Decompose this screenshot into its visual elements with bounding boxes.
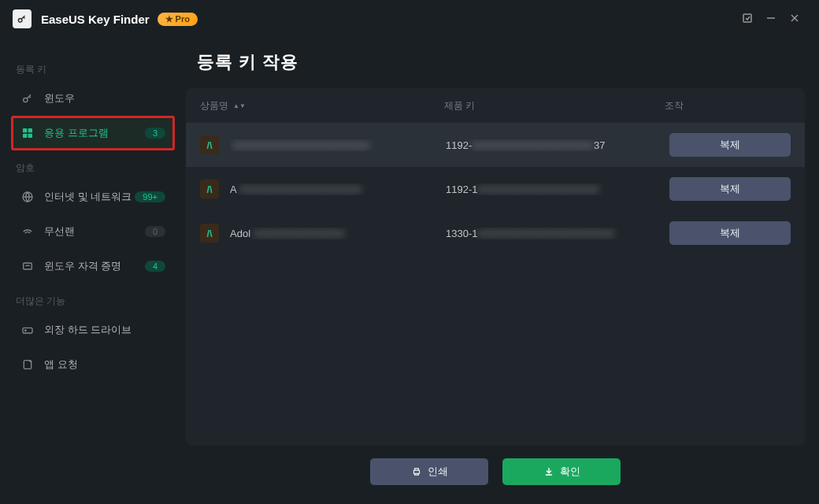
svg-rect-7 <box>28 128 32 132</box>
column-header-key[interactable]: 제품 키 <box>444 99 665 113</box>
count-badge: 4 <box>145 261 165 272</box>
table-header: 상품명 ▲▼ 제품 키 조작 <box>186 88 805 123</box>
sidebar-item-wlan[interactable]: 무선랜 0 <box>13 216 173 247</box>
svg-point-5 <box>24 98 28 102</box>
table-row[interactable]: /\AXXXXXXXXXXXXXXXX1192-1XXXXXXXXXXXXXXX… <box>186 167 805 211</box>
section-label-pw: 암호 <box>16 161 170 175</box>
sidebar-item-label: 윈도우 <box>44 91 75 106</box>
copy-button[interactable]: 복제 <box>669 177 791 201</box>
app-icon: /\ <box>200 135 219 154</box>
key-icon <box>20 92 35 105</box>
svg-point-0 <box>18 18 22 22</box>
pro-badge: ★ Pro <box>158 13 198 26</box>
svg-rect-6 <box>23 128 27 132</box>
product-key-cell: 1330-1XXXXXXXXXXXXXXXXXX <box>446 228 666 239</box>
drive-icon <box>20 324 35 336</box>
sidebar-item-label: 무선랜 <box>44 224 75 239</box>
svg-rect-12 <box>23 328 32 333</box>
app-logo <box>13 9 32 28</box>
product-table: 상품명 ▲▼ 제품 키 조작 /\XXXXXXXXXXXXXXXXXX1192-… <box>186 88 805 446</box>
sidebar-item-summary[interactable]: 앱 요청 <box>13 349 173 380</box>
copy-button[interactable]: 복제 <box>669 133 791 157</box>
sidebar-item-internet[interactable]: 인터넷 및 네트워크 99+ <box>13 181 173 213</box>
sidebar-item-label: 응용 프로그램 <box>44 126 109 140</box>
close-button[interactable] <box>783 13 806 26</box>
globe-icon <box>20 191 35 203</box>
svg-rect-1 <box>743 14 751 22</box>
sidebar-item-label: 앱 요청 <box>44 358 78 372</box>
sidebar-item-applications[interactable]: 응용 프로그램 3 <box>13 117 173 149</box>
count-badge: 3 <box>145 128 165 139</box>
sidebar-item-label: 인터넷 및 네트워크 <box>44 190 132 204</box>
sidebar-item-label: 윈도우 자격 증명 <box>44 259 121 273</box>
product-name-cell: AXXXXXXXXXXXXXXXX <box>230 183 446 195</box>
scan-button[interactable]: 확인 <box>502 458 621 485</box>
product-name-cell: XXXXXXXXXXXXXXXXXX <box>230 139 446 151</box>
page-title: 등록 키 작용 <box>197 50 805 74</box>
section-label-more: 더많은 기능 <box>16 295 170 308</box>
apps-icon <box>20 127 35 139</box>
wifi-icon <box>20 225 35 238</box>
menu-button[interactable] <box>736 13 759 26</box>
product-key-cell: 1192-XXXXXXXXXXXXXXXX37 <box>446 139 666 151</box>
product-key-cell: 1192-1XXXXXXXXXXXXXXXX <box>446 183 666 195</box>
sidebar-item-windows[interactable]: 윈도우 <box>13 83 173 114</box>
sidebar-item-external[interactable]: 외장 하드 드라이브 <box>13 314 173 346</box>
note-icon <box>20 358 35 371</box>
svg-rect-15 <box>413 470 419 473</box>
app-title: EaseUS Key Finder <box>41 13 150 26</box>
count-badge: 99+ <box>135 191 165 202</box>
copy-button[interactable]: 복제 <box>669 221 791 245</box>
app-icon: /\ <box>200 180 219 198</box>
column-header-ops: 조작 <box>665 99 791 113</box>
print-button[interactable]: 인쇄 <box>370 458 488 485</box>
credential-icon <box>20 260 35 272</box>
main-content: 등록 키 작용 상품명 ▲▼ 제품 키 조작 /\XXXXXXXXXXXXXXX… <box>186 38 819 504</box>
footer-actions: 인쇄 확인 <box>186 446 805 490</box>
titlebar: EaseUS Key Finder ★ Pro <box>0 0 819 38</box>
sidebar-item-label: 외장 하드 드라이브 <box>44 323 132 337</box>
minimize-button[interactable] <box>759 13 783 26</box>
column-header-name[interactable]: 상품명 ▲▼ <box>200 99 444 113</box>
product-name-cell: AdolXXXXXXXXXXXX <box>230 228 446 239</box>
svg-rect-9 <box>28 134 32 138</box>
table-row[interactable]: /\XXXXXXXXXXXXXXXXXX1192-XXXXXXXXXXXXXXX… <box>186 123 805 167</box>
svg-point-13 <box>25 330 26 331</box>
app-icon: /\ <box>200 224 219 243</box>
section-label-key: 등록 키 <box>16 63 170 76</box>
sidebar: 등록 키 윈도우 응용 프로그램 3 암호 인터넷 및 네트워크 99+ 무선랜 <box>0 38 186 504</box>
svg-rect-8 <box>23 134 27 138</box>
count-badge: 0 <box>145 226 165 237</box>
table-row[interactable]: /\AdolXXXXXXXXXXXX1330-1XXXXXXXXXXXXXXXX… <box>186 211 805 255</box>
sort-icon: ▲▼ <box>233 104 246 108</box>
sidebar-item-credentials[interactable]: 윈도우 자격 증명 4 <box>13 250 173 282</box>
